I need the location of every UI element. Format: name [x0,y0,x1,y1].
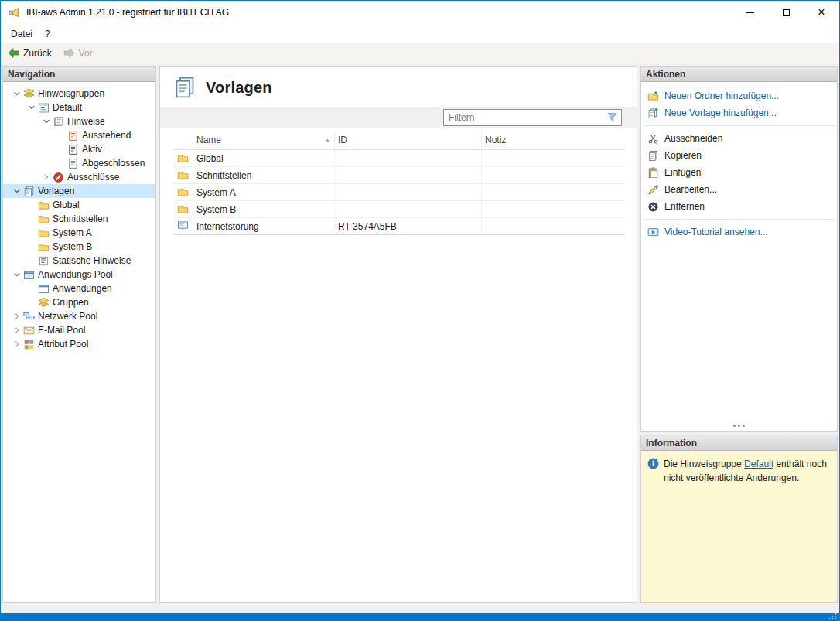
cell-id [335,201,482,218]
tree-item-label: Schnittstellen [53,213,108,224]
action-video-tutorial-ansehen[interactable]: Video-Tutorial ansehen... [641,223,837,241]
column-header-name[interactable]: Name [193,131,335,150]
copy-icon [647,150,659,162]
tree-item-label: Hinweise [67,116,105,127]
chevron-down-icon[interactable] [11,268,23,281]
panel-splitter-handle[interactable] [641,422,837,428]
cell-name: System A [193,184,335,201]
back-label: Zurück [23,48,52,59]
tree-item-netzwerk-pool[interactable]: Netzwerk Pool [3,309,155,323]
column-header-id[interactable]: ID [335,131,482,150]
chevron-down-icon[interactable] [11,185,23,197]
back-button[interactable]: Zurück [5,46,56,60]
page-title: Vorlagen [206,79,272,97]
chevron-right-icon[interactable] [11,338,23,350]
content-header: Vorlagen [160,67,637,107]
maximize-button[interactable] [768,1,804,24]
folder-icon [38,213,50,225]
action-einfugen[interactable]: Einfügen [641,164,837,181]
ausstehend-icon [67,130,79,142]
tree-item-e-mail-pool[interactable]: E-Mail Pool [3,323,155,337]
resize-grip[interactable] [828,613,838,620]
tree-item-statische-hinweise[interactable]: Statische Hinweise [3,254,155,268]
expander-spacer [26,241,38,253]
filter-funnel-icon[interactable] [603,111,621,124]
table-row-schnittstellen[interactable]: Schnittstellen [173,167,625,184]
tree-item-default[interactable]: Default [3,101,155,114]
chevron-down-icon[interactable] [40,115,53,128]
column-label: Notiz [485,135,506,145]
table-header-row: NameIDNotiz [173,131,625,150]
tree-item-aktiv[interactable]: Aktiv [3,142,155,156]
maximize-icon [783,9,790,16]
forward-label: Vor [79,48,93,59]
close-button[interactable]: × [804,1,839,24]
table-row-global[interactable]: Global [173,150,625,167]
tree-item-anwendungs-pool[interactable]: Anwendungs Pool [3,268,155,281]
column-header-spacer [173,131,193,150]
tree-item-hinweisgruppen[interactable]: Hinweisgruppen [3,87,155,101]
action-ausschneiden[interactable]: Ausschneiden [641,130,837,147]
tree-item-label: System B [53,241,92,252]
table-row-internetstorung[interactable]: InternetstörungRT-3574A5FB [173,218,625,235]
chevron-down-icon[interactable] [11,87,23,100]
tree-item-label: Aktiv [82,144,102,155]
action-label: Entfernen [664,201,705,212]
tree-item-vorlagen[interactable]: Vorlagen [3,184,155,198]
cell-id [335,150,482,167]
action-kopieren[interactable]: Kopieren [641,147,837,164]
folder-icon [173,150,193,167]
tree-item-label: Gruppen [53,297,89,308]
tree-item-global[interactable]: Global [3,198,155,212]
filter-band [160,107,637,128]
tree-item-schnittstellen[interactable]: Schnittstellen [3,212,155,226]
netzwerk-pool-icon [23,311,35,322]
table-row-system-b[interactable]: System B [173,201,625,218]
action-neuen-ordner-hinzufugen[interactable]: Neuen Ordner hinzufügen... [641,87,837,104]
chevron-down-icon[interactable] [26,101,38,114]
expander-spacer [26,227,38,239]
minimize-button[interactable] [732,1,768,24]
chevron-right-icon[interactable] [40,171,53,183]
tree-item-ausschlusse[interactable]: Ausschlüsse [3,170,155,184]
app-icon [8,6,20,19]
navigation-tree: HinweisgruppenDefaultHinweiseAusstehendA… [3,82,155,351]
action-neue-vorlage-hinzufugen[interactable]: Neue Vorlage hinzufügen... [641,104,837,121]
expander-spacer [55,129,67,142]
gruppen-icon [38,297,50,309]
action-label: Einfügen [664,167,701,178]
navigation-panel: Navigation HinweisgruppenDefaultHinweise… [2,66,156,603]
actions-panel: Aktionen Neuen Ordner hinzufügen...Neue … [640,66,838,432]
filter-input[interactable] [444,110,603,125]
information-body: Die Hinweisgruppe Default enthält noch n… [641,451,837,602]
menubar: Datei ? [1,24,839,43]
action-bearbeiten[interactable]: Bearbeiten... [641,181,837,198]
tree-item-label: Default [53,102,82,113]
anwendungs-pool-icon [23,269,35,281]
action-entfernen[interactable]: Entfernen [641,198,837,215]
default-group-link[interactable]: Default [744,459,773,469]
actions-separator [644,125,835,126]
chevron-right-icon[interactable] [11,310,23,322]
menu-help[interactable]: ? [39,24,56,43]
menu-datei[interactable]: Datei [5,24,39,43]
tree-item-gruppen[interactable]: Gruppen [3,295,155,309]
tree-item-attribut-pool[interactable]: Attribut Pool [3,337,155,351]
abgeschlossen-icon [67,158,79,169]
tree-item-ausstehend[interactable]: Ausstehend [3,128,155,142]
table-row-system-a[interactable]: System A [173,184,625,201]
tree-item-hinweise[interactable]: Hinweise [3,114,155,128]
expander-spacer [26,254,38,267]
titlebar[interactable]: IBI-aws Admin 1.21.0 - registriert für I… [1,1,839,24]
forward-button[interactable]: Vor [61,46,97,60]
forward-arrow-icon [63,47,75,59]
tree-item-abgeschlossen[interactable]: Abgeschlossen [3,156,155,170]
expander-spacer [55,157,67,169]
tree-item-anwendungen[interactable]: Anwendungen [3,281,155,295]
chevron-right-icon[interactable] [11,324,23,336]
tree-item-system-b[interactable]: System B [3,240,155,254]
cell-id: RT-3574A5FB [335,218,482,235]
cell-notiz [482,184,625,201]
column-header-notiz[interactable]: Notiz [482,131,625,150]
tree-item-system-a[interactable]: System A [3,226,155,240]
